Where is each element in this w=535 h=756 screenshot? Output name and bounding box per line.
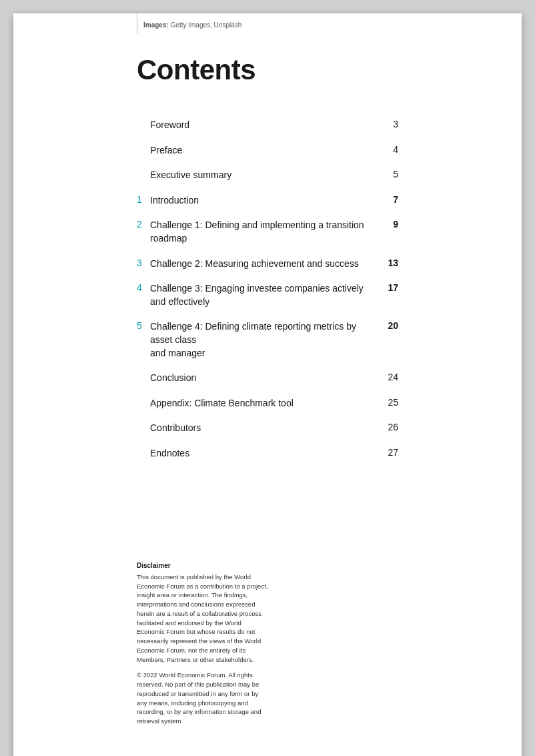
toc-page-endnotes: 27 xyxy=(378,447,398,458)
toc-page-preface: 4 xyxy=(378,144,398,155)
toc-label-challenge1: Challenge 1: Defining and implementing a… xyxy=(150,219,378,245)
page: Images: Getty Images, Unsplash Contents … xyxy=(13,13,522,756)
disclaimer-title: Disclaimer xyxy=(137,562,270,569)
images-credit: Images: Getty Images, Unsplash xyxy=(137,20,522,34)
main-content: Contents Foreword 3 Preface 4 xyxy=(13,34,522,493)
disclaimer-paragraph2: © 2022 World Economic Forum. All rights … xyxy=(137,671,270,726)
toc: Foreword 3 Preface 4 Executive summary 5 xyxy=(137,113,398,466)
toc-item-challenge4: 5 Challenge 4: Defining climate reportin… xyxy=(137,314,398,366)
toc-item-introduction: 1 Introduction 7 xyxy=(137,188,398,214)
toc-label-challenge3: Challenge 3: Engaging investee companies… xyxy=(150,282,378,308)
disclaimer-paragraph1: This document is published by the World … xyxy=(137,573,270,665)
toc-item-endnotes: Endnotes 27 xyxy=(137,441,398,466)
toc-item-appendix: Appendix: Climate Benchmark tool 25 xyxy=(137,391,398,416)
toc-item-contributors: Contributors 26 xyxy=(137,416,398,441)
toc-page-conclusion: 24 xyxy=(378,372,398,382)
disclaimer-section: Disclaimer This document is published by… xyxy=(137,562,270,733)
toc-page-appendix: 25 xyxy=(378,397,398,408)
toc-page-challenge3: 17 xyxy=(378,282,398,293)
toc-label-introduction: Introduction xyxy=(150,194,199,208)
toc-label-endnotes: Endnotes xyxy=(150,447,189,460)
toc-label-preface: Preface xyxy=(150,144,182,157)
toc-page-introduction: 7 xyxy=(378,194,398,205)
toc-num-5: 5 xyxy=(137,320,146,331)
toc-label-challenge4-line1: Challenge 4: Defining climate reporting … xyxy=(150,320,378,346)
toc-page-exec-summary: 5 xyxy=(378,169,398,179)
toc-page-challenge4: 20 xyxy=(378,320,398,331)
toc-page-foreword: 3 xyxy=(378,119,398,129)
toc-page-challenge2: 13 xyxy=(378,258,398,268)
toc-label-contributors: Contributors xyxy=(150,422,201,435)
toc-label-challenge2: Challenge 2: Measuring achievement and s… xyxy=(150,258,359,271)
toc-num-1: 1 xyxy=(137,194,146,205)
toc-num-3: 3 xyxy=(137,258,146,268)
toc-page-challenge1: 9 xyxy=(378,219,398,230)
toc-label-appendix: Appendix: Climate Benchmark tool xyxy=(150,397,294,410)
toc-page-contributors: 26 xyxy=(378,422,398,432)
footer: Pacesetters: Setting the Tempo of Advanc… xyxy=(13,749,522,756)
images-label: Images: xyxy=(143,21,169,29)
toc-label-exec-summary: Executive summary xyxy=(150,169,231,182)
toc-item-challenge1: 2 Challenge 1: Defining and implementing… xyxy=(137,213,398,251)
toc-item-challenge3: 4 Challenge 3: Engaging investee compani… xyxy=(137,276,398,314)
toc-num-2: 2 xyxy=(137,219,146,230)
toc-item-exec-summary: Executive summary 5 xyxy=(137,163,398,188)
toc-item-challenge2: 3 Challenge 2: Measuring achievement and… xyxy=(137,252,398,277)
toc-item-conclusion: Conclusion 24 xyxy=(137,366,398,391)
page-title: Contents xyxy=(137,54,398,86)
toc-label-foreword: Foreword xyxy=(150,119,189,132)
images-sources: Getty Images, Unsplash xyxy=(171,21,242,29)
toc-item-foreword: Foreword 3 xyxy=(137,113,398,138)
toc-label-challenge4-line2: and manager xyxy=(150,347,378,360)
toc-item-preface: Preface 4 xyxy=(137,138,398,163)
toc-label-conclusion: Conclusion xyxy=(150,372,196,385)
toc-num-4: 4 xyxy=(137,282,146,293)
